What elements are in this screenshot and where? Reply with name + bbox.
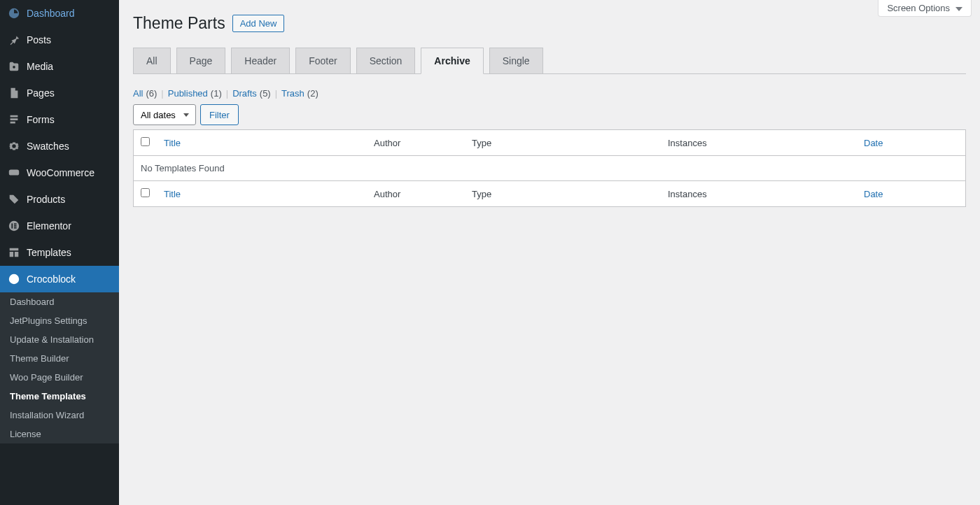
sidebar-item-dashboard[interactable]: Dashboard (0, 0, 119, 27)
gear-icon (7, 139, 21, 153)
status-published[interactable]: Published (168, 88, 208, 99)
sidebar-label: Pages (27, 87, 55, 99)
empty-message: No Templates Found (134, 156, 966, 181)
pin-icon (7, 33, 21, 47)
svg-rect-4 (14, 223, 17, 225)
col-author: Author (374, 189, 400, 199)
woo-icon (7, 166, 21, 180)
select-all-checkbox-foot[interactable] (141, 188, 150, 197)
subitem-jetplugins[interactable]: JetPlugins Settings (0, 311, 119, 330)
dates-filter-select[interactable]: All dates (133, 104, 196, 125)
subitem-woo-page-builder[interactable]: Woo Page Builder (0, 368, 119, 387)
col-instances: Instances (668, 138, 707, 148)
sidebar-item-pages[interactable]: Pages (0, 80, 119, 106)
sidebar-label: Dashboard (27, 8, 75, 19)
sidebar-submenu: Dashboard JetPlugins Settings Update & I… (0, 292, 119, 443)
subitem-dashboard[interactable]: Dashboard (0, 292, 119, 311)
sidebar-item-elementor[interactable]: Elementor (0, 213, 119, 239)
subitem-theme-templates[interactable]: Theme Templates (0, 387, 119, 406)
tab-all[interactable]: All (133, 48, 171, 74)
col-type: Type (472, 138, 491, 148)
main-content: Screen Options Theme Parts Add New All P… (119, 0, 980, 505)
status-drafts[interactable]: Drafts (232, 88, 257, 99)
sidebar-label: Elementor (27, 220, 71, 232)
sidebar-item-woocommerce[interactable]: WooCommerce (0, 159, 119, 186)
status-all[interactable]: All (133, 88, 143, 99)
sidebar-label: Forms (27, 114, 55, 125)
screen-options-button[interactable]: Screen Options (878, 0, 972, 17)
subitem-installation-wizard[interactable]: Installation Wizard (0, 406, 119, 425)
admin-sidebar: Dashboard Posts Media Pages Forms Swatch… (0, 0, 119, 505)
sidebar-label: Media (27, 61, 53, 72)
crocoblock-icon (7, 272, 21, 286)
status-count: (1) (211, 88, 222, 99)
sidebar-label: Swatches (27, 141, 69, 152)
sidebar-item-media[interactable]: Media (0, 53, 119, 80)
sidebar-item-crocoblock[interactable]: Crocoblock (0, 266, 119, 292)
col-date[interactable]: Date (864, 138, 883, 148)
sidebar-label: Templates (27, 247, 71, 258)
svg-rect-5 (14, 225, 17, 227)
col-author: Author (374, 138, 400, 148)
status-filter: All (6) | Published (1) | Drafts (5) | T… (133, 88, 966, 99)
sidebar-label: WooCommerce (27, 167, 94, 178)
sidebar-item-products[interactable]: Products (0, 186, 119, 213)
col-title[interactable]: Title (164, 189, 181, 199)
col-instances: Instances (668, 189, 707, 199)
svg-rect-3 (11, 223, 13, 228)
select-all-checkbox[interactable] (141, 137, 150, 146)
svg-point-0 (13, 66, 15, 69)
svg-rect-6 (14, 227, 17, 229)
tab-page[interactable]: Page (176, 48, 226, 74)
status-count: (2) (307, 88, 318, 99)
add-new-button[interactable]: Add New (232, 15, 285, 32)
templates-icon (7, 246, 21, 259)
tab-section[interactable]: Section (356, 48, 416, 74)
col-title[interactable]: Title (164, 138, 181, 148)
sidebar-item-posts[interactable]: Posts (0, 27, 119, 53)
tab-header[interactable]: Header (231, 48, 290, 74)
tab-footer[interactable]: Footer (295, 48, 350, 74)
filter-button[interactable]: Filter (200, 104, 239, 125)
status-trash[interactable]: Trash (281, 88, 304, 99)
subitem-license[interactable]: License (0, 425, 119, 443)
type-filter-tabs: All Page Header Footer Section Archive S… (133, 47, 966, 74)
subitem-update-install[interactable]: Update & Installation (0, 330, 119, 349)
tab-archive[interactable]: Archive (421, 48, 483, 74)
sidebar-item-templates[interactable]: Templates (0, 239, 119, 266)
status-count: (6) (146, 88, 157, 99)
pages-icon (7, 86, 21, 100)
page-title: Theme Parts (133, 14, 225, 33)
chevron-down-icon (955, 3, 962, 13)
tab-single[interactable]: Single (489, 48, 543, 74)
templates-table: Title Author Type Instances Date No Temp… (133, 129, 966, 207)
table-empty-row: No Templates Found (134, 156, 966, 181)
sidebar-label: Products (27, 194, 65, 205)
sidebar-label: Crocoblock (27, 273, 76, 285)
sidebar-item-swatches[interactable]: Swatches (0, 133, 119, 159)
status-count: (5) (260, 88, 271, 99)
screen-options-label: Screen Options (887, 3, 950, 13)
products-icon (7, 192, 21, 206)
col-type: Type (472, 189, 491, 199)
elementor-icon (7, 219, 21, 233)
dashboard-icon (7, 6, 21, 20)
sidebar-label: Posts (27, 34, 51, 45)
forms-icon (7, 113, 21, 127)
sidebar-item-forms[interactable]: Forms (0, 106, 119, 133)
svg-rect-1 (9, 170, 19, 176)
media-icon (7, 59, 21, 73)
subitem-theme-builder[interactable]: Theme Builder (0, 349, 119, 368)
col-date[interactable]: Date (864, 189, 883, 199)
